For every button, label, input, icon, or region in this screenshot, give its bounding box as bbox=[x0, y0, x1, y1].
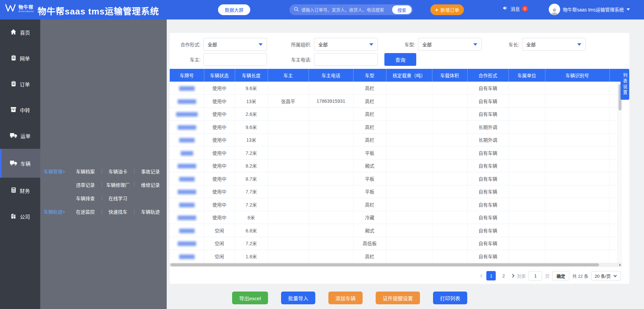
horizontal-scrollbar[interactable] bbox=[170, 263, 622, 267]
cell-status: 使用中 bbox=[204, 95, 235, 108]
app-logo[interactable]: 物牛帮 WUNIUBANG bbox=[5, 3, 34, 14]
sidebar-item-运单[interactable]: 运单 bbox=[0, 123, 40, 149]
plate-link[interactable]: ▇▇▇▇▇▇ bbox=[178, 163, 196, 168]
truck-icon bbox=[10, 160, 17, 167]
plate-link[interactable]: ▇▇▇▇▇▇ bbox=[178, 215, 196, 220]
submenu-item-快速找车[interactable]: 快速找车 bbox=[102, 208, 134, 215]
cell-vehicle_type: 高栏 bbox=[353, 121, 386, 134]
plate-cell: ▇▇▇▇▇▇ bbox=[170, 211, 204, 224]
submenu-item-在途监控[interactable]: 在途监控 bbox=[69, 208, 102, 215]
plate-link[interactable]: ▇▇▇▇▇ bbox=[179, 254, 194, 259]
search-submit-button[interactable]: 搜索 bbox=[392, 5, 412, 14]
vertical-scrollbar[interactable] bbox=[618, 82, 622, 263]
filter-select-车长[interactable]: 全部 bbox=[522, 38, 586, 51]
submenu-item-违章记录[interactable]: 违章记录 bbox=[69, 181, 102, 188]
cell-owner bbox=[268, 107, 309, 121]
brand-sub: WUNIUBANG bbox=[18, 10, 34, 12]
plate-link[interactable]: ▇▇▇▇▇ bbox=[179, 86, 194, 91]
submenu-item-维修记录[interactable]: 维修记录 bbox=[134, 181, 167, 188]
submenu-item-在线学习[interactable]: 在线学习 bbox=[102, 195, 134, 202]
submenu-row-1: 车辆管理>车辆档案车辆油卡事故记录 bbox=[40, 165, 167, 178]
submenu-item-车辆轨迹[interactable]: 车辆轨迹 bbox=[134, 208, 167, 215]
submenu-item-车辆档案[interactable]: 车辆档案 bbox=[69, 168, 102, 175]
filter-label: 车长: bbox=[488, 41, 522, 48]
sidebar-item-财务[interactable]: 财务 bbox=[0, 178, 40, 204]
filter-select-车型[interactable]: 全部 bbox=[418, 38, 482, 51]
plate-link[interactable]: ▇▇▇▇ bbox=[181, 150, 193, 156]
footer-button-打印列表[interactable]: 打印列表 bbox=[433, 292, 467, 304]
cell-phone bbox=[309, 159, 353, 172]
filter-select-所属组织[interactable]: 全部 bbox=[314, 38, 378, 51]
plate-cell: ▇▇▇▇▇▇▇ bbox=[170, 107, 204, 121]
submenu-item-事故记录[interactable]: 事故记录 bbox=[134, 168, 167, 175]
page-title: 物牛帮saas tms运输管理系统 bbox=[38, 4, 159, 17]
cell-vehicle_type: 高低板 bbox=[353, 237, 386, 250]
filter-select-合作形式[interactable]: 全部 bbox=[203, 38, 267, 51]
submenu-row-3: 车辆排查在线学习 bbox=[40, 191, 167, 205]
account-menu[interactable]: 物牛帮saas tms运输管理系统 bbox=[549, 4, 630, 15]
goto-confirm-button[interactable]: 确定 bbox=[552, 271, 569, 280]
filter-input-车主[interactable] bbox=[208, 57, 263, 62]
sidebar-item-公司[interactable]: 公司 bbox=[0, 204, 40, 229]
list-settings-tab[interactable]: 列表设置 bbox=[621, 69, 629, 100]
cell-cooperation: 自有车辆 bbox=[467, 211, 508, 224]
footer-button-导出excel[interactable]: 导出excel bbox=[232, 292, 268, 304]
column-header-车载体积: 车载体积 bbox=[432, 69, 467, 82]
global-search-input[interactable] bbox=[301, 7, 392, 12]
cell-load_weight bbox=[386, 133, 432, 146]
submenu-group-车辆轨迹[interactable]: 车辆轨迹> bbox=[40, 208, 69, 215]
filter-input-车主电话[interactable] bbox=[318, 57, 373, 62]
page-button-1[interactable]: 1 bbox=[486, 271, 496, 280]
cell-vehicle_type: 平板 bbox=[353, 185, 386, 198]
footer-button-证件提醒设置[interactable]: 证件提醒设置 bbox=[376, 292, 420, 304]
plate-link[interactable]: ▇▇▇▇▇▇ bbox=[178, 99, 196, 104]
new-order-button[interactable]: + 新增订单 bbox=[430, 4, 464, 15]
plate-link[interactable]: ▇▇▇▇▇▇ bbox=[178, 125, 196, 130]
plate-cell: ▇▇▇▇▇▇ bbox=[170, 121, 204, 134]
submenu-item-车辆排查[interactable]: 车辆排查 bbox=[69, 195, 102, 202]
filter-label: 车主电话: bbox=[280, 56, 314, 63]
footer-button-添加车辆[interactable]: 添加车辆 bbox=[328, 292, 363, 304]
submenu-group-车辆管理[interactable]: 车辆管理> bbox=[40, 168, 69, 175]
scroll-right-arrow-icon[interactable] bbox=[619, 264, 621, 266]
sidebar-item-首页[interactable]: 首页 bbox=[0, 19, 40, 45]
filter-label: 合作形式: bbox=[170, 41, 203, 48]
plate-link[interactable]: ▇▇▇▇▇ bbox=[179, 137, 194, 142]
plate-link[interactable]: ▇▇▇▇▇ bbox=[179, 176, 194, 181]
cell-length: 8.7米 bbox=[235, 172, 268, 185]
plate-cell: ▇▇▇▇▇▇ bbox=[170, 159, 204, 172]
plate-cell: ▇▇▇▇▇▇ bbox=[170, 95, 204, 108]
goto-page-input[interactable] bbox=[529, 271, 542, 280]
plate-link[interactable]: ▇▇▇▇▇▇▇ bbox=[176, 112, 197, 117]
footer-button-批量导入[interactable]: 批量导入 bbox=[281, 292, 315, 304]
messages-button[interactable]: 消息 0 bbox=[502, 5, 528, 12]
sidebar-item-订单[interactable]: 订单 bbox=[0, 71, 40, 97]
sidebar-item-label: 订单 bbox=[20, 81, 30, 88]
cell-length: 9.6米 bbox=[235, 121, 268, 134]
horizontal-scrollbar-thumb[interactable] bbox=[170, 263, 599, 266]
next-page-button[interactable] bbox=[511, 274, 515, 277]
cell-load_weight bbox=[386, 250, 432, 263]
plate-link[interactable]: ▇▇▇▇▇▇ bbox=[178, 241, 196, 246]
big-screen-button[interactable]: 数据大屏 bbox=[218, 4, 250, 15]
table-row: ▇▇▇▇▇使用中7.2米高栏自有车辆 bbox=[170, 198, 622, 211]
cell-status: 使用中 bbox=[204, 146, 235, 160]
cell-status: 使用中 bbox=[204, 107, 235, 121]
plate-link[interactable]: ▇▇▇▇▇ bbox=[179, 202, 194, 207]
page-button-2[interactable]: 2 bbox=[499, 271, 508, 280]
sidebar-item-中转[interactable]: 中转 bbox=[0, 97, 40, 123]
sidebar-item-网单[interactable]: 网单 bbox=[0, 45, 40, 71]
plate-link[interactable]: ▇▇▇▇▇▇ bbox=[178, 189, 196, 194]
table-row: ▇▇▇▇使用中7.2米平板自有车辆 bbox=[170, 146, 622, 160]
page-size-select[interactable]: 20 条/页 bbox=[591, 271, 621, 280]
prev-page-button[interactable] bbox=[480, 274, 484, 277]
global-search-bar: 搜索 bbox=[289, 4, 413, 15]
cell-owner_unit bbox=[508, 250, 545, 263]
pagination: 1 2 到第 页 确定 共 22 条 20 条/页 bbox=[481, 271, 621, 281]
sidebar-item-车辆[interactable]: 车辆 bbox=[0, 149, 40, 178]
submenu-item-车辆油卡[interactable]: 车辆油卡 bbox=[102, 168, 134, 175]
plate-cell: ▇▇▇▇▇▇ bbox=[170, 237, 204, 250]
query-button[interactable]: 查询 bbox=[384, 53, 416, 66]
submenu-item-车辆修理厂[interactable]: 车辆修理厂 bbox=[102, 181, 134, 188]
plate-link[interactable]: ▇▇▇▇▇ bbox=[179, 228, 194, 233]
